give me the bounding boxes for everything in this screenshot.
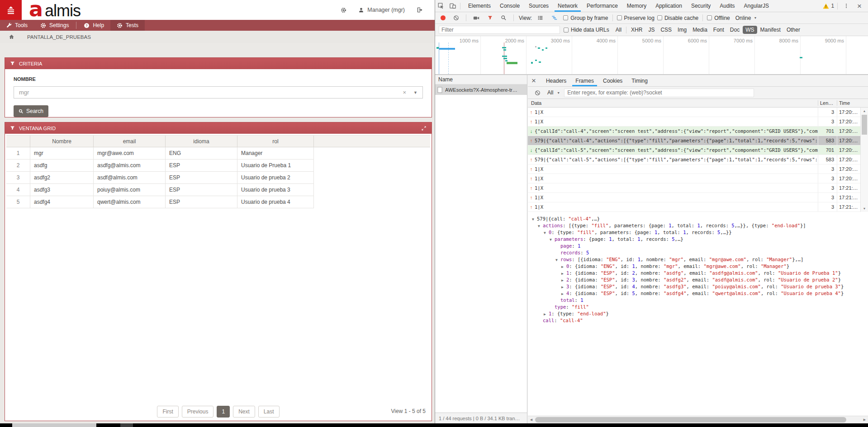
record-button[interactable] xyxy=(441,15,446,20)
frame-row[interactable]: ↑579|{"call":"call-4","actions":[{"type"… xyxy=(528,136,860,145)
view-list-icon[interactable] xyxy=(535,15,546,21)
tab-performance[interactable]: Performance xyxy=(582,0,622,12)
detail-tab-timing[interactable]: Timing xyxy=(627,75,652,86)
pager-previous-button[interactable]: Previous xyxy=(182,406,214,418)
scrollbar-thumb[interactable] xyxy=(862,115,867,135)
column-header-rol[interactable]: rol xyxy=(237,136,314,147)
tab-audits[interactable]: Audits xyxy=(715,0,739,12)
tab-security[interactable]: Security xyxy=(687,0,715,12)
network-filter-input[interactable] xyxy=(439,26,560,34)
waterfall-icon[interactable] xyxy=(549,15,560,21)
tree-expand-arrow[interactable]: ▶ xyxy=(544,311,549,318)
frame-regex-input[interactable] xyxy=(564,89,754,97)
pager-first-button[interactable]: First xyxy=(157,406,178,418)
warning-badge[interactable]: 1 xyxy=(823,3,834,9)
frames-scrollbar[interactable]: ▲ ▼ xyxy=(860,108,868,212)
tab-elements[interactable]: Elements xyxy=(464,0,495,12)
scroll-right-icon[interactable]: ▶ xyxy=(861,416,868,423)
close-detail-icon[interactable]: × xyxy=(528,77,540,84)
menu-button[interactable] xyxy=(0,0,22,20)
nav-item-settings[interactable]: Settings xyxy=(34,20,75,31)
table-row[interactable]: 4asdfg3poiuy@almis.comESPUsuario de prue… xyxy=(6,184,430,196)
tab-application[interactable]: Application xyxy=(651,0,687,12)
home-icon[interactable] xyxy=(9,34,14,40)
offline-checkbox[interactable]: Offline xyxy=(707,15,730,21)
clear-frames-icon[interactable] xyxy=(532,90,543,96)
table-row[interactable]: 3asdfg2asdf@almis.comESPUsuario de prueb… xyxy=(6,172,430,184)
horizontal-scrollbar[interactable]: ◀ ▶ xyxy=(528,416,868,423)
frame-row[interactable]: ↓{"callId":"call-5","screen":"screen_tes… xyxy=(528,145,860,155)
frame-row[interactable]: ↑579|{"call":"call-5","actions":[{"type"… xyxy=(528,155,860,164)
column-header-Nombre[interactable]: Nombre xyxy=(30,136,94,147)
frame-row[interactable]: ↑1|X317:20:… xyxy=(528,117,860,127)
table-row[interactable]: 2asdfgasdfg@almis.comESPUsuario de Prueb… xyxy=(6,160,430,172)
expand-icon[interactable] xyxy=(421,126,427,131)
resource-filter-doc[interactable]: Doc xyxy=(727,26,742,34)
user-menu[interactable]: Manager (mgr) xyxy=(358,7,405,13)
resource-filter-js[interactable]: JS xyxy=(645,26,657,34)
grid-panel-header[interactable]: VENTANA GRID xyxy=(5,122,432,134)
resource-filter-manifest[interactable]: Manifest xyxy=(758,26,783,34)
filter-icon[interactable] xyxy=(485,15,495,20)
preserve-log-checkbox[interactable]: Preserve log xyxy=(617,15,655,21)
settings-gear-icon[interactable] xyxy=(341,7,346,13)
nav-item-help[interactable]: ?Help xyxy=(77,20,110,31)
tree-expand-arrow[interactable]: ▼ xyxy=(538,223,543,230)
tree-expand-arrow[interactable]: ▼ xyxy=(544,230,549,236)
table-row[interactable]: 5asdfg4qwert@almis.comESPUsuario de prue… xyxy=(6,196,430,208)
frame-row[interactable]: ↓{"callId":"call-4","screen":"screen_tes… xyxy=(528,127,860,136)
criteria-panel-header[interactable]: CRITERIA xyxy=(5,58,432,69)
frame-row[interactable]: ↑1|X317:20:… xyxy=(528,108,860,117)
search-button[interactable]: Search xyxy=(14,105,48,117)
nombre-select[interactable]: mgr × ▼ xyxy=(14,86,423,99)
frame-row[interactable]: ↑1|X317:21:… xyxy=(528,193,860,202)
nav-item-tools[interactable]: Tools xyxy=(0,20,34,31)
resource-filter-xhr[interactable]: XHR xyxy=(628,26,645,34)
frame-type-select[interactable]: All▼ xyxy=(547,89,560,96)
tab-angularjs[interactable]: AngularJS xyxy=(740,0,773,12)
tree-expand-arrow[interactable]: ▶ xyxy=(561,270,566,277)
inspect-element-icon[interactable] xyxy=(435,3,447,9)
device-toolbar-icon[interactable] xyxy=(447,3,459,9)
frame-row[interactable]: ↑1|X317:21:… xyxy=(528,202,860,212)
tree-expand-arrow[interactable]: ▼ xyxy=(532,216,537,223)
scroll-down-icon[interactable]: ▼ xyxy=(861,205,868,212)
name-column-header[interactable]: Name xyxy=(435,75,527,84)
request-row-awesockets[interactable]: AWEsockets?X-Atmosphere-tr… xyxy=(435,84,527,95)
chevron-down-icon[interactable]: ▼ xyxy=(413,90,417,95)
column-header-idioma[interactable]: idioma xyxy=(166,136,237,147)
clear-requests-icon[interactable] xyxy=(451,15,462,21)
clear-icon[interactable]: × xyxy=(403,89,406,96)
tree-expand-arrow[interactable]: ▼ xyxy=(550,236,555,243)
search-icon[interactable] xyxy=(498,15,509,21)
scrollbar-thumb[interactable] xyxy=(535,417,846,422)
resource-filter-media[interactable]: Media xyxy=(690,26,710,34)
frame-row[interactable]: ↑1|X317:20:… xyxy=(528,164,860,174)
close-devtools-button[interactable]: × xyxy=(854,2,865,10)
scroll-left-icon[interactable]: ◀ xyxy=(528,416,535,423)
tab-console[interactable]: Console xyxy=(495,0,524,12)
hide-data-urls-checkbox[interactable]: Hide data URLs xyxy=(564,27,609,33)
logout-icon[interactable] xyxy=(417,7,423,13)
tree-expand-arrow[interactable]: ▶ xyxy=(561,291,566,297)
resource-filter-ws[interactable]: WS xyxy=(743,26,757,34)
resource-filter-img[interactable]: Img xyxy=(675,26,689,34)
resource-filter-css[interactable]: CSS xyxy=(658,26,674,34)
disable-cache-checkbox[interactable]: Disable cache xyxy=(657,15,698,21)
detail-tab-frames[interactable]: Frames xyxy=(571,75,598,86)
pager-1-button[interactable]: 1 xyxy=(217,406,230,418)
tree-expand-arrow[interactable]: ▶ xyxy=(561,263,566,270)
network-overview-timeline[interactable]: 1000 ms2000 ms3000 ms4000 ms5000 ms6000 … xyxy=(435,36,868,75)
detail-tab-headers[interactable]: Headers xyxy=(541,75,571,86)
resource-filter-font[interactable]: Font xyxy=(711,26,727,34)
nav-item-tests[interactable]: Tests xyxy=(110,20,145,31)
scroll-up-icon[interactable]: ▲ xyxy=(861,108,868,114)
group-by-frame-checkbox[interactable]: Group by frame xyxy=(563,15,608,21)
frame-row[interactable]: ↑1|X317:20:… xyxy=(528,174,860,183)
column-header-email[interactable]: email xyxy=(94,136,166,147)
tree-expand-arrow[interactable]: ▶ xyxy=(561,277,566,284)
kebab-menu-icon[interactable] xyxy=(841,3,852,9)
tab-sources[interactable]: Sources xyxy=(524,0,553,12)
resource-filter-all[interactable]: All xyxy=(613,26,624,34)
frame-row[interactable]: ↑1|X317:21:… xyxy=(528,183,860,193)
